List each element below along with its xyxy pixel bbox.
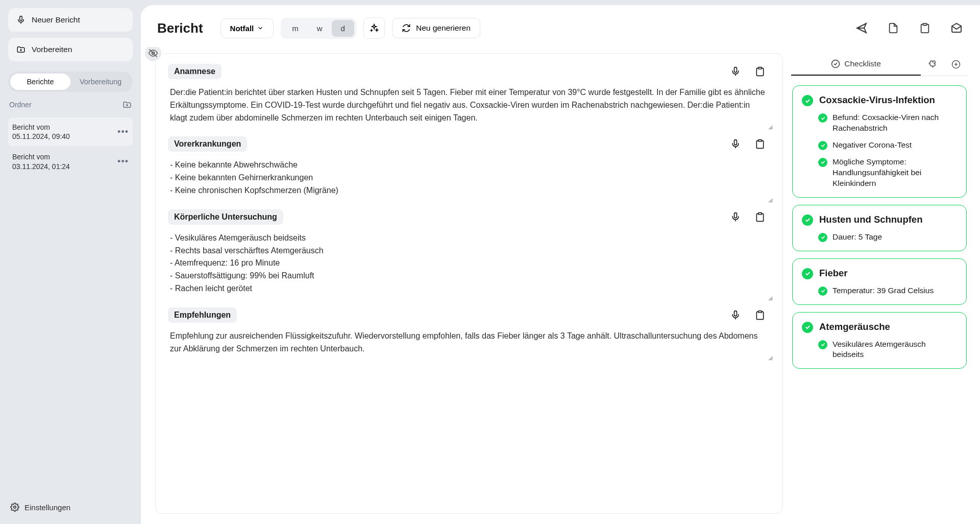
clipboard-button[interactable] [918,21,932,35]
puzzle-tab[interactable] [921,60,944,69]
resize-handle[interactable]: ◢ [768,294,772,302]
checklist-card[interactable]: AtemgeräuscheVesikuläres Atemgeräusch be… [792,312,967,369]
report-list-item[interactable]: Bericht vom05.11.2024, 09:40••• [8,117,133,146]
regenerate-label: Neu generieren [416,23,471,33]
mic-icon[interactable] [730,310,741,320]
mic-icon [16,15,26,25]
checklist-item: Dauer: 5 Tage [818,232,957,243]
report-item-label: Bericht vom03.11.2024, 01:24 [12,152,70,171]
svg-rect-8 [758,140,762,141]
checklist-card-title: Coxsackie-Virus-Infektion [819,94,935,106]
mic-icon[interactable] [730,66,741,77]
checklist-card[interactable]: FieberTemperatur: 39 Grad Celsius [792,258,967,305]
page-title: Bericht [157,20,203,36]
clipboard-icon[interactable] [755,139,765,149]
checklist-item: Temperatur: 39 Grad Celsius [818,285,957,296]
resize-handle[interactable]: ◢ [768,123,772,131]
svg-rect-11 [734,311,737,316]
svg-point-1 [14,506,16,509]
clipboard-icon[interactable] [755,212,765,222]
svg-rect-10 [758,212,762,214]
section-body[interactable]: Empfehlung zur ausreichenden Flüssigkeit… [168,330,770,355]
svg-rect-6 [758,67,762,69]
check-icon [818,113,827,123]
check-icon [818,233,827,242]
check-icon [818,340,827,349]
checklist-card[interactable]: Husten und SchnupfenDauer: 5 Tage [792,205,967,251]
section-title: Anamnese [168,64,222,79]
report-section: Vorerkrankungen- Keine bekannte Abwehrsc… [168,136,770,197]
section-body[interactable]: Der:die Patient:in berichtet über starke… [168,86,770,124]
send-button[interactable] [854,21,869,35]
clipboard-icon[interactable] [755,310,765,320]
checklist-item: Befund: Coxsackie-Viren nach Rachenabstr… [818,112,957,134]
segment-w[interactable]: w [308,20,332,37]
svg-rect-12 [758,311,762,312]
folder-in-icon [16,45,26,54]
report-item-label: Bericht vom05.11.2024, 09:40 [12,123,70,141]
svg-rect-2 [923,23,926,26]
mail-button[interactable] [949,21,964,35]
document-button[interactable] [886,21,900,35]
checklist-item-text: Befund: Coxsackie-Viren nach Rachenabstr… [832,112,957,134]
svg-rect-0 [20,16,22,21]
checklist-tab-label: Checkliste [844,59,881,68]
prepare-label: Vorbereiten [32,45,72,54]
prepare-button[interactable]: Vorbereiten [8,38,133,61]
tab-reports[interactable]: Berichte [10,74,70,90]
clipboard-icon[interactable] [755,66,765,77]
gear-icon [10,503,19,512]
resize-handle[interactable]: ◢ [768,196,772,204]
eye-off-icon [148,48,158,58]
mic-icon[interactable] [730,212,741,222]
check-icon [802,268,813,279]
mic-icon[interactable] [730,139,741,149]
checklist-card-title: Fieber [819,267,848,279]
svg-rect-9 [734,212,737,218]
svg-rect-5 [734,67,737,73]
sidebar-tabs: Berichte Vorbereitung [8,72,133,92]
add-tab[interactable] [944,60,968,69]
checklist-item-text: Temperatur: 39 Grad Celsius [832,285,934,296]
check-icon [802,215,813,226]
checklist-tab[interactable]: Checkliste [791,53,921,76]
resize-handle[interactable]: ◢ [768,353,772,362]
folders-label: Ordner [9,101,32,109]
checklist-item: Negativer Corona-Test [818,140,957,151]
report-section: Körperliche Untersuchung- Vesikuläres At… [168,209,770,295]
checklist-card[interactable]: Coxsackie-Virus-InfektionBefund: Coxsack… [792,85,967,198]
section-body[interactable]: - Vesikuläres Atemgeräusch beidseits - R… [168,232,770,295]
settings-link[interactable]: Einstellungen [8,498,133,516]
checklist-item-text: Vesikuläres Atemgeräusch beidseits [832,339,957,361]
segment-d[interactable]: d [332,20,354,37]
report-section: EmpfehlungenEmpfehlung zur ausreichenden… [168,307,770,355]
check-icon [802,322,813,333]
dropdown-label: Notfall [230,24,254,33]
section-title: Körperliche Untersuchung [168,209,283,225]
svg-rect-7 [734,140,737,145]
check-icon [818,158,827,167]
checklist-item: Vesikuläres Atemgeräusch beidseits [818,339,957,361]
regenerate-button[interactable]: Neu generieren [392,18,480,38]
more-icon[interactable]: ••• [117,156,129,167]
svg-point-13 [832,60,840,68]
section-body[interactable]: - Keine bekannte Abwehrschwäche - Keine … [168,159,770,197]
checklist-card-title: Husten und Schnupfen [819,213,922,226]
tab-preparation[interactable]: Vorbereitung [70,74,131,90]
sparkle-button[interactable] [363,17,385,39]
new-report-button[interactable]: Neuer Bericht [8,8,133,32]
report-list-item[interactable]: Bericht vom03.11.2024, 01:24••• [8,147,133,176]
folder-plus-icon[interactable] [122,100,132,109]
chevron-down-icon [257,25,264,32]
section-title: Empfehlungen [168,307,237,323]
new-report-label: Neuer Bericht [32,15,80,25]
settings-label: Einstellungen [24,503,70,512]
category-dropdown[interactable]: Notfall [220,18,274,38]
checklist-card-title: Atemgeräusche [819,321,890,333]
report-section: AnamneseDer:die Patient:in berichtet übe… [168,64,770,124]
checklist-item: Mögliche Symptome: Handlungsunfähigkeit … [818,157,957,189]
check-icon [818,141,827,150]
checklist-item-text: Dauer: 5 Tage [832,232,882,243]
more-icon[interactable]: ••• [117,127,129,137]
segment-m[interactable]: m [283,20,308,37]
